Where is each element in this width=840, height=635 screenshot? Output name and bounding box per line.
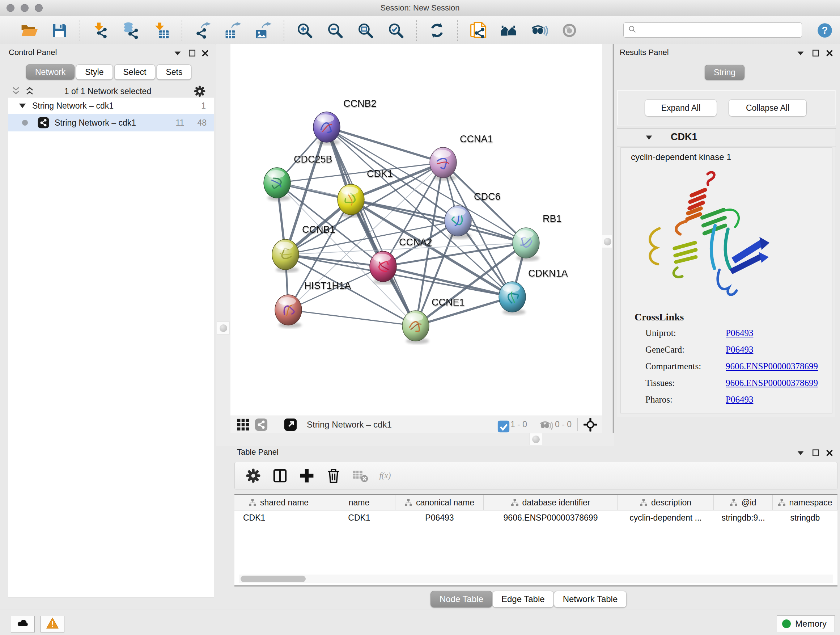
column-header-namespace[interactable]: namespace — [773, 495, 837, 510]
column-header-description[interactable]: description — [617, 495, 714, 510]
network-node-CDC25B[interactable] — [264, 168, 291, 201]
network-edge-CCNB1-CCNA2[interactable] — [286, 255, 383, 266]
network-node-CDC6[interactable] — [445, 206, 471, 239]
hidden-items-icon[interactable] — [539, 418, 551, 431]
gene-section-header[interactable]: CDK1 — [617, 128, 836, 147]
help-button[interactable]: ? — [817, 22, 833, 38]
network-graph[interactable]: CCNB2CCNA1CDC25BCDK1CDC6RB1CCNB1CCNA2CDK… — [231, 44, 602, 416]
node-count: 11 — [176, 118, 185, 128]
import-table-button[interactable] — [152, 21, 171, 40]
delete-column-icon[interactable] — [325, 467, 342, 484]
tab-sets[interactable]: Sets — [156, 65, 191, 80]
toggle-eye-button[interactable] — [560, 21, 579, 40]
tab-edge-table[interactable]: Edge Table — [493, 591, 554, 608]
network-node-CDK1[interactable] — [338, 184, 364, 218]
export-image-button[interactable] — [254, 21, 273, 40]
control-panel-tabs: NetworkStyleSelectSets — [26, 65, 193, 80]
collapse-all-button[interactable]: Collapse All — [729, 99, 807, 117]
scrollbar-thumb[interactable] — [240, 576, 306, 582]
column-header-label: @id — [741, 498, 756, 508]
open-session-button[interactable] — [19, 21, 39, 40]
network-collection-row[interactable]: String Network – cdk1 1 — [8, 97, 214, 114]
column-header-name[interactable]: name — [323, 495, 395, 510]
zoom-fit-button[interactable] — [355, 21, 375, 40]
disclosure-triangle-icon[interactable] — [645, 133, 653, 142]
hidden-count: 0 - 0 — [555, 420, 572, 429]
panel-close-icon[interactable] — [201, 49, 210, 58]
crosslink-value-link[interactable]: 9606.ENSP00000378699 — [726, 378, 818, 388]
network-edge-CCNB2-CCNA1[interactable] — [327, 127, 443, 163]
panel-menu-icon[interactable] — [796, 448, 805, 458]
zoom-in-button[interactable] — [295, 21, 314, 40]
column-header-shared-name[interactable]: shared name — [234, 495, 323, 510]
network-node-CCNE1[interactable] — [402, 310, 429, 344]
cloud-button[interactable] — [11, 616, 35, 632]
panel-float-icon[interactable] — [811, 448, 821, 458]
panel-menu-icon[interactable] — [796, 49, 805, 58]
expand-all-button[interactable]: Expand All — [645, 99, 717, 117]
crosslink-value-link[interactable]: P06493 — [726, 394, 753, 404]
export-network-button[interactable] — [193, 21, 212, 40]
tab-style[interactable]: Style — [76, 65, 112, 80]
panel-menu-icon[interactable] — [173, 49, 182, 58]
import-database-button[interactable] — [121, 21, 141, 40]
tab-network[interactable]: Network — [26, 65, 74, 80]
left-splitter[interactable] — [216, 44, 231, 446]
warnings-button[interactable] — [41, 616, 65, 632]
tab-node-table[interactable]: Node Table — [431, 591, 493, 608]
network-row[interactable]: String Network – cdk1 11 48 — [8, 114, 214, 131]
hide-unhide-button[interactable] — [529, 21, 549, 40]
right-splitter[interactable] — [602, 44, 612, 446]
search-input[interactable] — [623, 22, 802, 38]
table-row[interactable]: CDK1CDK1P064939606.ENSP00000378699cyclin… — [234, 510, 837, 525]
show-columns-icon[interactable] — [272, 467, 288, 484]
gear-icon[interactable] — [193, 85, 206, 98]
panel-close-icon[interactable] — [825, 49, 834, 58]
column-header-canonical-name[interactable]: canonical name — [395, 495, 484, 510]
column-header-@id[interactable]: @id — [714, 495, 773, 510]
column-header-database-identifier[interactable]: database identifier — [484, 495, 617, 510]
table-settings-icon[interactable] — [245, 467, 262, 484]
add-column-icon[interactable] — [298, 467, 315, 484]
grid-view-icon[interactable] — [236, 418, 250, 432]
bottom-splitter-handle[interactable] — [529, 433, 542, 445]
tab-network-table[interactable]: Network Table — [554, 591, 627, 608]
fit-selected-icon[interactable] — [584, 418, 597, 432]
network-node-RB1[interactable] — [513, 228, 539, 261]
network-node-CCNB1[interactable] — [272, 239, 299, 272]
crosslink-value-link[interactable]: 9606.ENSP00000378699 — [726, 361, 818, 371]
panel-float-icon[interactable] — [187, 49, 197, 58]
tab-select[interactable]: Select — [114, 65, 156, 80]
network-edge-HIST1H1A-CCNE1[interactable] — [288, 310, 416, 326]
network-node-CCNA1[interactable] — [430, 147, 456, 181]
panel-close-icon[interactable] — [825, 448, 834, 458]
left-splitter-handle[interactable] — [217, 321, 230, 334]
export-table-button[interactable] — [223, 21, 243, 40]
zoom-out-button[interactable] — [325, 21, 345, 40]
crosslink-value-link[interactable]: P06493 — [726, 328, 753, 338]
zoom-selected-button[interactable] — [386, 21, 406, 40]
table-toolbar: f(x) — [234, 462, 837, 489]
string-home-button[interactable] — [499, 21, 518, 40]
disclosure-triangle-icon[interactable] — [18, 101, 27, 111]
import-network-button[interactable] — [91, 21, 111, 40]
tab-string[interactable]: String — [705, 65, 745, 80]
table-horizontal-scrollbar[interactable] — [239, 575, 833, 583]
search-text-field[interactable] — [639, 24, 802, 36]
selected-checkbox-icon[interactable] — [497, 420, 507, 430]
share-document-button[interactable] — [469, 21, 488, 40]
memory-button[interactable]: Memory — [777, 616, 835, 632]
save-session-button[interactable] — [50, 21, 69, 40]
crosslink-value-link[interactable]: P06493 — [726, 345, 753, 355]
network-node-CDKN1A[interactable] — [499, 282, 526, 315]
panel-float-icon[interactable] — [811, 49, 821, 58]
network-node-HIST1H1A[interactable] — [275, 295, 302, 328]
network-edge-CCNB2-CCNE1[interactable] — [327, 127, 416, 326]
birdseye-view-icon[interactable] — [254, 418, 268, 432]
network-canvas[interactable]: CCNB2CCNA1CDC25BCDK1CDC6RB1CCNB1CCNA2CDK… — [231, 44, 602, 416]
network-node-CCNB2[interactable] — [313, 112, 340, 145]
network-edge-CCNB2-RB1[interactable] — [327, 127, 526, 243]
network-node-CCNA2[interactable] — [370, 251, 396, 285]
detach-view-icon[interactable] — [284, 418, 297, 432]
refresh-button[interactable] — [427, 21, 447, 40]
